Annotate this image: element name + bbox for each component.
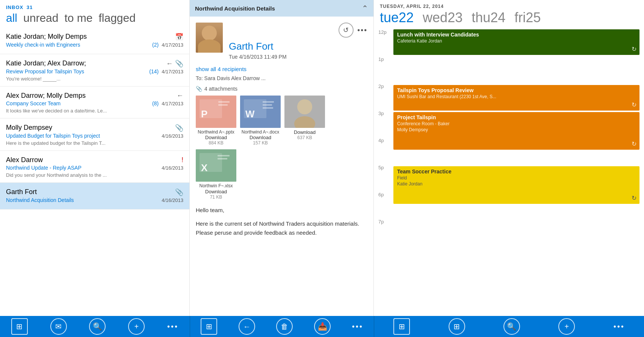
calendar-day-tue[interactable]: tue22 bbox=[380, 10, 414, 26]
inbox-header: INBOX 31 all unread to me flagged bbox=[0, 0, 189, 27]
calendar-icon: 📅 bbox=[175, 33, 183, 41]
search-button[interactable]: 🔍 bbox=[503, 318, 520, 335]
calendar-event[interactable]: Team Soccer Practice Field Katie Jordan … bbox=[393, 166, 639, 204]
event-location: Field bbox=[397, 175, 636, 181]
toolbar-left: ⊞ ✉ 🔍 + ••• bbox=[0, 316, 190, 337]
filter-unread[interactable]: unread bbox=[23, 12, 58, 24]
attachment-item[interactable]: Download 637 KB bbox=[284, 96, 325, 146]
time-slot-5p: 5p bbox=[378, 163, 393, 190]
sender-date: Tue 4/16/2013 11:49 PM bbox=[229, 54, 367, 60]
reply-button[interactable]: ↺ bbox=[339, 23, 354, 38]
svg-rect-8 bbox=[263, 101, 274, 103]
attachment-item[interactable]: X Northwin F~.xlsx Download 71 KB bbox=[196, 149, 236, 199]
calendar-date-label: TUESDAY, APRIL 22, 2014 bbox=[380, 4, 638, 9]
home-button[interactable]: ⊞ bbox=[201, 318, 217, 335]
email-item[interactable]: Alex Darrow ! Northwind Update - Reply A… bbox=[0, 151, 189, 183]
calendar-event[interactable]: Tailspin Toys Proposal Review UMI Sushi … bbox=[393, 85, 639, 111]
event-title: Tailspin Toys Proposal Review bbox=[397, 87, 636, 93]
download-button[interactable]: Download bbox=[205, 135, 227, 140]
calendar-event[interactable]: Lunch with Interview Candidates Cafeteri… bbox=[393, 29, 639, 55]
toolbar-middle: ⊞ ← 🗑 📥 ••• bbox=[190, 316, 374, 337]
more-button[interactable]: ••• bbox=[352, 322, 363, 331]
email-subject: Updated Budget for Tailspin Toys project bbox=[6, 133, 159, 139]
home-button[interactable]: ⊞ bbox=[393, 318, 410, 335]
calculator-button[interactable]: ⊞ bbox=[449, 318, 465, 335]
attachment-thumbnail bbox=[284, 96, 325, 128]
attachment-icon: 📎 bbox=[175, 59, 183, 68]
svg-point-12 bbox=[297, 99, 312, 114]
attachment-count: 📎 4 attachments bbox=[196, 86, 367, 92]
calendar-day-fri[interactable]: fri25 bbox=[514, 10, 541, 26]
email-date: 4/16/2013 bbox=[162, 133, 183, 139]
email-preview: It looks like we've decided on a date/ti… bbox=[6, 108, 183, 114]
download-button[interactable]: Download bbox=[249, 135, 271, 140]
email-sender: Alex Darrow; Molly Demps bbox=[6, 92, 174, 100]
inbox-title: INBOX 31 bbox=[6, 5, 183, 10]
email-subject: Company Soccer Team bbox=[6, 100, 150, 106]
sender-info: ↺ ••• Garth Fort Tue 4/16/2013 11:49 PM bbox=[229, 23, 367, 60]
download-button[interactable]: Download bbox=[294, 129, 316, 135]
back-button[interactable]: ← bbox=[239, 318, 255, 335]
email-list: Katie Jordan; Molly Demps 📅 Weekly check… bbox=[0, 27, 189, 316]
attachment-filename: Northwind A~.docx bbox=[242, 129, 279, 135]
calendar-header: TUESDAY, APRIL 22, 2014 tue22 wed23 thu2… bbox=[374, 0, 644, 28]
calendar-grid: 12p 1p 2p 3p 4p 5p 6p 7p Lunch with Inte… bbox=[374, 28, 644, 316]
email-preview: You're welcome! _____... bbox=[6, 76, 183, 82]
email-date: 4/17/2013 bbox=[162, 101, 183, 106]
email-body-text: Here is the current set of Northwind Tra… bbox=[196, 219, 367, 237]
email-date: 4/17/2013 bbox=[162, 69, 183, 74]
email-item[interactable]: Molly Dempsey 📎 Updated Budget for Tails… bbox=[0, 118, 189, 151]
attachment-size: 884 KB bbox=[209, 140, 223, 146]
attachment-thumbnail: W bbox=[240, 96, 281, 128]
event-location: Conference Room - Baker bbox=[397, 121, 636, 126]
more-button[interactable]: ••• bbox=[167, 322, 178, 331]
time-slot-3p: 3p bbox=[378, 109, 393, 136]
event-organizer: Molly Dempsey bbox=[397, 127, 636, 132]
mail-button[interactable]: ✉ bbox=[50, 318, 67, 335]
more-options-button[interactable]: ••• bbox=[357, 23, 367, 38]
time-slot-1p: 1p bbox=[378, 55, 393, 82]
reply-icon: ← bbox=[166, 60, 173, 68]
email-subject: Northwind Acquisition Details bbox=[6, 197, 159, 203]
add-button[interactable]: + bbox=[558, 318, 575, 335]
email-date: 4/16/2013 bbox=[162, 197, 183, 203]
email-item-selected[interactable]: Garth Fort 📎 Northwind Acquisition Detai… bbox=[0, 183, 189, 209]
attachment-filename: Northwind A~.pptx bbox=[198, 129, 234, 135]
email-detail-title: Northwind Acquisition Details bbox=[195, 5, 275, 12]
more-button[interactable]: ••• bbox=[614, 322, 625, 331]
email-subject: Northwind Update - Reply ASAP bbox=[6, 165, 159, 171]
collapse-button[interactable]: ⌃ bbox=[362, 4, 368, 13]
calendar-day-thu[interactable]: thu24 bbox=[472, 10, 505, 26]
avatar bbox=[196, 23, 223, 53]
svg-text:W: W bbox=[245, 108, 255, 120]
event-location: Cafeteria Katie Jordan bbox=[397, 38, 636, 44]
archive-button[interactable]: 📥 bbox=[314, 318, 331, 335]
repeat-icon: ↻ bbox=[632, 194, 636, 202]
attachment-item[interactable]: W Northwind A~.docx Download 157 KB bbox=[240, 96, 281, 146]
email-item[interactable]: Katie Jordan; Alex Darrow; ← 📎 Review Pr… bbox=[0, 54, 189, 87]
paperclip-icon: 📎 bbox=[196, 86, 202, 92]
filter-row: all unread to me flagged bbox=[6, 12, 183, 24]
filter-flagged[interactable]: flagged bbox=[98, 12, 135, 24]
compose-button[interactable]: + bbox=[128, 318, 145, 335]
calendar-day-wed[interactable]: wed23 bbox=[423, 10, 463, 26]
calendar-event[interactable]: Project Tailspin Conference Room - Baker… bbox=[393, 112, 639, 150]
attachment-item[interactable]: P Northwind A~.pptx Download 884 KB bbox=[196, 96, 236, 146]
delete-button[interactable]: 🗑 bbox=[276, 318, 293, 335]
search-button[interactable]: 🔍 bbox=[89, 318, 106, 335]
email-preview: Did you send your Northwind analysis to … bbox=[6, 172, 183, 178]
email-item[interactable]: Katie Jordan; Molly Demps 📅 Weekly check… bbox=[0, 27, 189, 54]
sender-row: ↺ ••• Garth Fort Tue 4/16/2013 11:49 PM bbox=[196, 23, 367, 60]
email-count: (14) bbox=[149, 68, 159, 74]
filter-tome[interactable]: to me bbox=[64, 12, 92, 24]
show-recipients-link[interactable]: show all 4 recipients bbox=[196, 66, 367, 72]
svg-rect-3 bbox=[218, 101, 230, 103]
filter-all[interactable]: all bbox=[6, 12, 17, 24]
home-button[interactable]: ⊞ bbox=[11, 318, 28, 335]
email-item[interactable]: Alex Darrow; Molly Demps ← Company Socce… bbox=[0, 87, 189, 118]
attachment-grid: P Northwind A~.pptx Download 884 KB bbox=[196, 96, 367, 200]
download-button[interactable]: Download bbox=[205, 189, 227, 194]
time-column: 12p 1p 2p 3p 4p 5p 6p 7p bbox=[378, 28, 393, 316]
attachment-size: 157 KB bbox=[253, 140, 268, 146]
events-column: Lunch with Interview Candidates Cafeteri… bbox=[393, 28, 639, 316]
